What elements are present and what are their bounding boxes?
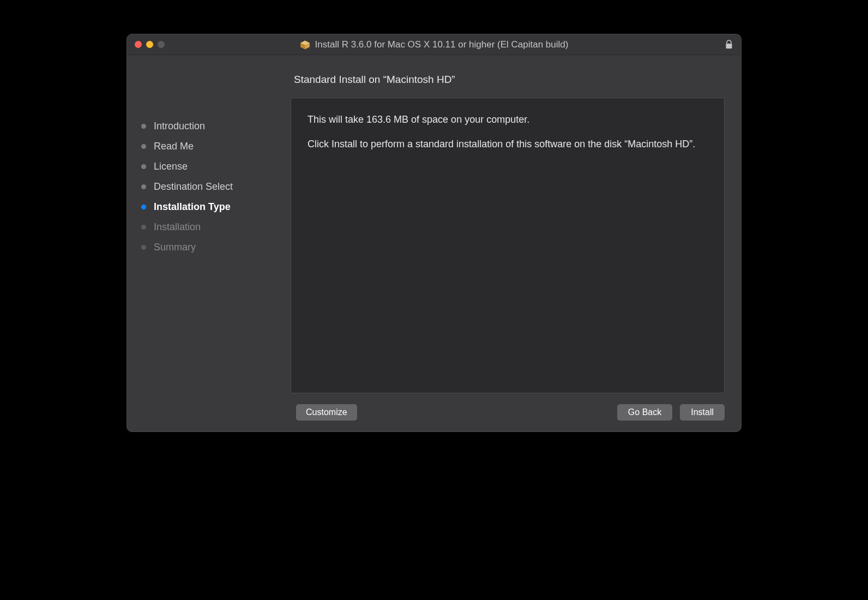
install-button[interactable]: Install bbox=[680, 404, 725, 421]
bullet-icon bbox=[141, 205, 146, 209]
bullet-icon bbox=[141, 124, 146, 129]
step-label: Summary bbox=[154, 242, 196, 253]
step-summary: Summary bbox=[141, 242, 291, 253]
step-installation: Installation bbox=[141, 221, 291, 233]
bullet-icon bbox=[141, 164, 146, 169]
step-introduction: Introduction bbox=[141, 121, 291, 132]
package-icon bbox=[300, 39, 311, 50]
bullet-icon bbox=[141, 184, 146, 189]
step-label: License bbox=[154, 161, 188, 172]
step-label: Read Me bbox=[154, 141, 194, 152]
step-label: Installation Type bbox=[154, 201, 231, 213]
bullet-icon bbox=[141, 225, 146, 230]
main-panel: Standard Install on “Macintosh HD” This … bbox=[291, 55, 741, 393]
zoom-button[interactable] bbox=[158, 41, 165, 48]
main-heading: Standard Install on “Macintosh HD” bbox=[294, 74, 725, 86]
window-body: Introduction Read Me License Destination… bbox=[127, 55, 741, 431]
bullet-icon bbox=[141, 245, 146, 250]
install-instruction-text: Click Install to perform a standard inst… bbox=[308, 137, 708, 152]
window-title-text: Install R 3.6.0 for Mac OS X 10.11 or hi… bbox=[315, 39, 569, 50]
minimize-button[interactable] bbox=[146, 41, 153, 48]
install-size-text: This will take 163.6 MB of space on your… bbox=[308, 112, 708, 127]
titlebar: Install R 3.6.0 for Mac OS X 10.11 or hi… bbox=[127, 34, 741, 55]
installer-window: Install R 3.6.0 for Mac OS X 10.11 or hi… bbox=[126, 34, 742, 432]
step-label: Introduction bbox=[154, 121, 205, 132]
customize-button[interactable]: Customize bbox=[296, 404, 357, 421]
content-row: Introduction Read Me License Destination… bbox=[127, 55, 741, 393]
window-title: Install R 3.6.0 for Mac OS X 10.11 or hi… bbox=[300, 39, 569, 50]
content-box: This will take 163.6 MB of space on your… bbox=[291, 98, 725, 393]
step-label: Destination Select bbox=[154, 181, 233, 193]
step-installation-type: Installation Type bbox=[141, 201, 291, 213]
step-read-me: Read Me bbox=[141, 141, 291, 152]
lock-icon bbox=[725, 40, 733, 50]
step-label: Installation bbox=[154, 221, 201, 233]
step-destination-select: Destination Select bbox=[141, 181, 291, 193]
go-back-button[interactable]: Go Back bbox=[617, 404, 672, 421]
sidebar: Introduction Read Me License Destination… bbox=[127, 55, 291, 393]
svg-rect-0 bbox=[726, 44, 732, 49]
traffic-lights bbox=[135, 41, 165, 48]
close-button[interactable] bbox=[135, 41, 142, 48]
bullet-icon bbox=[141, 144, 146, 149]
button-row: Customize Go Back Install bbox=[127, 393, 741, 431]
step-license: License bbox=[141, 161, 291, 172]
